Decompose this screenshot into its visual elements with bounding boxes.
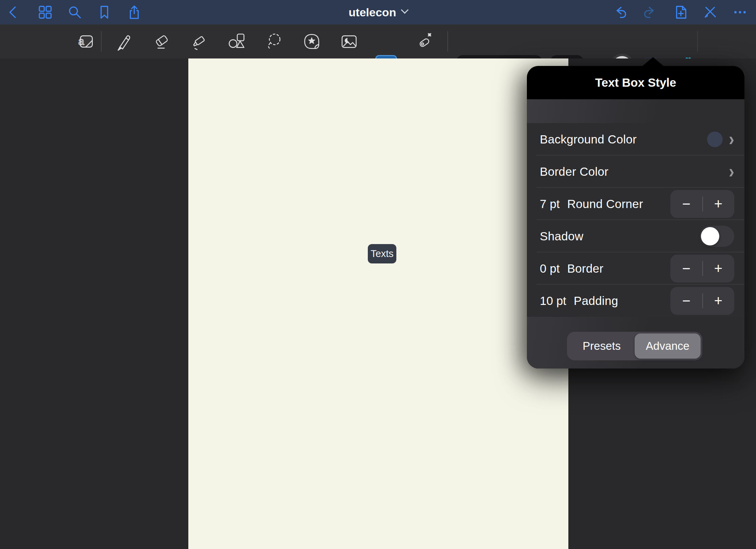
padding-stepper: − +	[670, 287, 734, 315]
shapes-tool-icon[interactable]	[227, 32, 247, 51]
goodnotes-app: utelecon a	[0, 0, 756, 549]
navigation-bar: utelecon	[0, 0, 756, 24]
toolbar-divider	[447, 31, 448, 52]
document-page	[188, 58, 568, 549]
advance-tab-active[interactable]: Advance	[635, 333, 701, 359]
share-icon[interactable]	[126, 4, 142, 20]
bookmark-icon[interactable]	[97, 4, 112, 20]
highlighter-tool-icon[interactable]	[190, 32, 210, 51]
decrease-button[interactable]: −	[670, 255, 702, 282]
row-label: Border Color	[540, 165, 608, 178]
row-padding: 10 pt Padding − +	[527, 285, 744, 317]
image-tool-icon[interactable]	[339, 32, 359, 51]
pen-tool-icon[interactable]	[114, 32, 134, 51]
laser-pointer-icon[interactable]	[414, 32, 434, 51]
row-label: Border	[567, 262, 603, 275]
chevron-right-icon: ›	[729, 132, 734, 147]
round-corner-value: 7 pt	[540, 197, 560, 211]
decrease-button[interactable]: −	[670, 287, 702, 315]
thumbnails-grid-icon[interactable]	[37, 4, 53, 20]
popover-title: Text Box Style	[527, 66, 744, 99]
row-border-color[interactable]: Border Color ›	[527, 155, 744, 188]
padding-value: 10 pt	[540, 294, 566, 308]
presets-tab[interactable]: Presets	[569, 333, 635, 359]
popover-preview-strip	[527, 99, 744, 123]
elements-sticker-icon[interactable]	[302, 32, 322, 51]
chevron-down-icon	[401, 6, 409, 14]
background-color-swatch	[707, 132, 723, 147]
search-icon[interactable]	[67, 4, 83, 20]
document-title: utelecon	[349, 6, 396, 19]
decrease-button[interactable]: −	[670, 190, 702, 218]
lasso-tool-icon[interactable]	[264, 32, 284, 51]
popover-arrow	[642, 57, 664, 66]
row-label: Round Corner	[567, 197, 643, 211]
document-title-dropdown[interactable]: utelecon	[349, 6, 408, 19]
row-background-color[interactable]: Background Color ›	[527, 123, 744, 155]
popover-footer: Presets Advance	[527, 317, 744, 368]
toggle-knob	[701, 227, 719, 245]
back-icon[interactable]	[6, 4, 21, 20]
text-box-object[interactable]: Texts	[368, 244, 396, 263]
chevron-right-icon: ›	[729, 164, 734, 179]
row-shadow: Shadow	[527, 220, 744, 252]
toolbar-divider	[101, 31, 102, 52]
stepper-divider	[702, 196, 703, 211]
row-label: Shadow	[540, 229, 583, 243]
eraser-tool-icon[interactable]	[152, 32, 172, 51]
shadow-toggle-off[interactable]	[700, 226, 734, 247]
row-border-width: 0 pt Border − +	[527, 252, 744, 285]
page-panel-icon[interactable]: a	[76, 32, 96, 51]
increase-button[interactable]: +	[702, 255, 734, 282]
text-box-content: Texts	[371, 248, 394, 259]
increase-button[interactable]: +	[702, 190, 734, 218]
add-page-icon[interactable]	[673, 4, 688, 20]
row-label: Padding	[574, 294, 618, 308]
svg-text:a: a	[78, 35, 84, 47]
tool-bar: a T	[0, 24, 756, 58]
round-corner-stepper: − +	[670, 190, 734, 218]
more-options-icon[interactable]	[732, 4, 748, 20]
border-width-stepper: − +	[670, 255, 734, 282]
border-width-value: 0 pt	[540, 262, 560, 275]
text-box-style-popover: Text Box Style Background Color › Border…	[527, 66, 744, 368]
increase-button[interactable]: +	[702, 287, 734, 315]
stepper-divider	[702, 293, 703, 308]
toolbar-divider	[697, 31, 698, 52]
pen-mode-toggle-icon[interactable]	[703, 4, 718, 20]
presets-advance-segmented-control: Presets Advance	[567, 332, 702, 360]
stepper-divider	[702, 261, 703, 276]
redo-icon[interactable]	[642, 4, 658, 20]
row-label: Background Color	[540, 133, 637, 146]
style-settings-list: Background Color › Border Color › 7 pt R…	[527, 123, 744, 317]
undo-icon[interactable]	[613, 4, 628, 20]
row-round-corner: 7 pt Round Corner − +	[527, 188, 744, 220]
